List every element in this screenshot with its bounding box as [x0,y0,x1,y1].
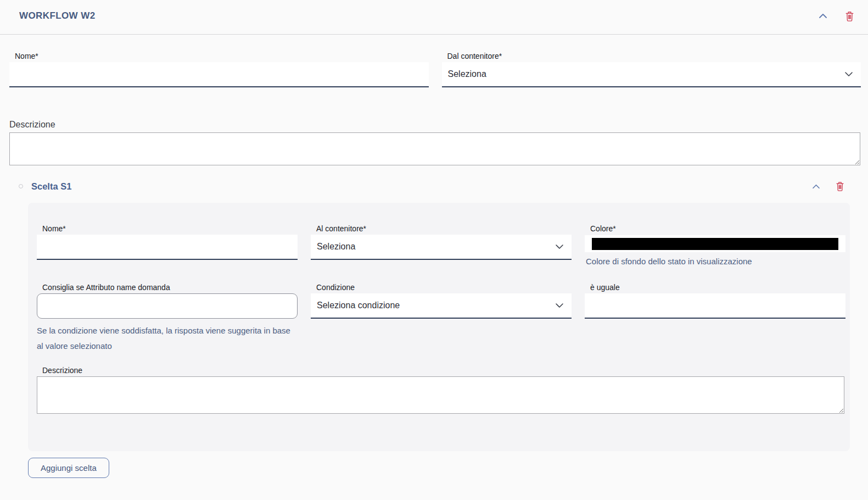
chevron-down-icon [844,71,853,77]
choice-color-field: Colore* Colore di sfondo dello stato in … [585,224,845,267]
choice-suggest-label: Consiglia se Attributo name domanda [42,283,298,292]
choice-suggest-field: Consiglia se Attributo name domanda Se l… [37,283,298,354]
choice-name-field: Nome* [37,224,298,260]
choice-equals-input[interactable] [585,293,845,319]
choice-name-input[interactable] [37,235,298,260]
workflow-description-label: Descrizione [9,119,860,130]
choice-container-select[interactable]: Seleziona [311,235,572,260]
choice-equals-field: è uguale [585,283,845,319]
workflow-container-field: Dal contenitore* Seleziona [442,52,861,87]
choice-container-label: Al contenitore* [316,224,572,234]
choice-color-helper: Colore di sfondo dello stato in visualiz… [586,255,845,267]
workflow-fields-row: Nome* Dal contenitore* Seleziona [0,52,868,87]
choice-row-1: Nome* Al contenitore* Seleziona Colore* … [37,224,845,267]
choice-container-value: Seleziona [317,242,355,252]
choice-panel: Nome* Al contenitore* Seleziona Colore* … [28,203,850,451]
workflow-delete-button[interactable] [843,9,856,23]
chevron-up-icon [818,13,828,19]
workflow-container-select[interactable]: Seleziona [442,62,861,87]
workflow-container-value: Seleziona [448,69,486,79]
choice-title: Scelta S1 [31,181,810,192]
choice-delete-button[interactable] [834,180,846,193]
workflow-collapse-button[interactable] [817,12,829,20]
trash-icon [844,10,855,22]
choice-condition-select[interactable]: Seleziona condizione [311,293,572,319]
workflow-section-header: WORKFLOW W2 [0,0,868,35]
choice-header-actions [810,180,846,193]
add-choice-button[interactable]: Aggiungi scelta [28,458,109,478]
choice-row-3: Descrizione [37,366,845,414]
choice-suggest-helper: Se la condizione viene soddisfatta, la r… [37,323,298,354]
workflow-description-field: Descrizione [0,119,868,165]
choice-name-label: Nome* [42,224,298,234]
choice-description-textarea[interactable] [37,376,844,414]
workflow-name-input[interactable] [9,62,429,87]
trash-icon [835,181,845,192]
workflow-name-label: Nome* [15,52,429,61]
workflow-container-label: Dal contenitore* [447,52,861,61]
workflow-description-textarea[interactable] [9,132,860,165]
chevron-down-icon [555,303,564,308]
workflow-header-actions [817,9,856,23]
choice-description-label: Descrizione [42,366,844,375]
choice-container-field: Al contenitore* Seleziona [311,224,572,260]
choice-color-input[interactable] [585,235,845,252]
choice-condition-field: Condizione Seleziona condizione [311,283,572,319]
workflow-title: WORKFLOW W2 [19,9,95,23]
choice-condition-value: Seleziona condizione [317,301,400,310]
choice-condition-label: Condizione [316,283,572,292]
chevron-down-icon [555,244,564,249]
choice-equals-label: è uguale [590,283,845,292]
choice-section-header: Scelta S1 [0,179,868,193]
choice-color-label: Colore* [590,224,845,234]
choice-row-2: Consiglia se Attributo name domanda Se l… [37,283,845,354]
choice-collapse-button[interactable] [810,182,822,191]
workflow-name-field: Nome* [9,52,429,87]
choice-suggest-input[interactable] [37,293,298,319]
color-swatch [592,238,838,250]
choice-bullet-icon [19,184,23,188]
chevron-up-icon [811,184,821,190]
